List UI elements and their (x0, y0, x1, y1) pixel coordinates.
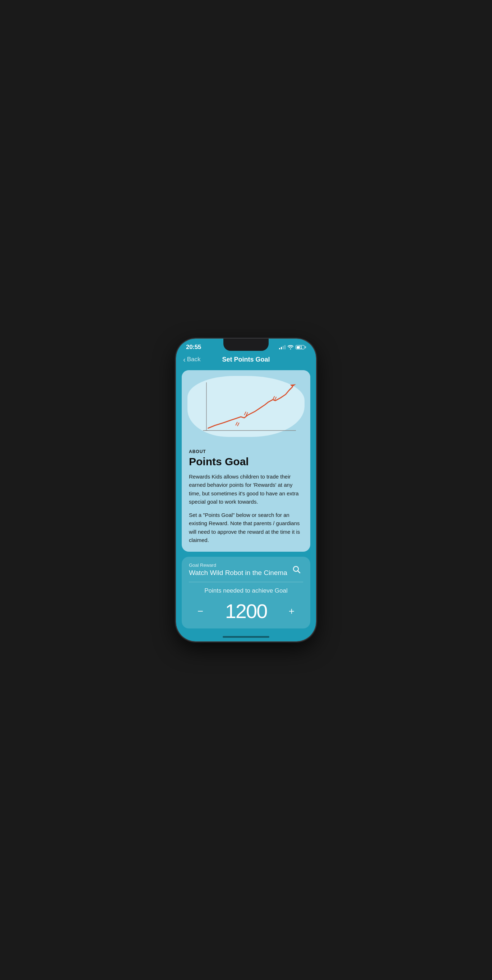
chart-area (182, 370, 310, 443)
goal-reward-content: Goal Reward Watch Wild Robot in the Cine… (189, 562, 290, 577)
points-needed-label: Points needed to achieve Goal (189, 587, 303, 594)
points-value: 1200 (225, 600, 267, 623)
decrement-button[interactable]: − (192, 603, 208, 619)
chevron-left-icon: ‹ (183, 356, 186, 363)
plus-icon: + (289, 606, 294, 617)
chart-svg (187, 376, 305, 441)
card-description-2: Set a "Points Goal" below or search for … (189, 511, 303, 544)
status-icons: 41 (279, 345, 306, 349)
svg-marker-3 (290, 384, 296, 387)
notch (224, 339, 268, 351)
search-icon (292, 565, 301, 574)
back-button[interactable]: ‹ Back (183, 356, 200, 363)
home-indicator (176, 634, 316, 641)
wifi-icon (288, 345, 293, 349)
nav-bar: ‹ Back Set Points Goal (176, 353, 316, 368)
svg-line-11 (298, 571, 300, 573)
card-text: ABOUT Points Goal Rewards Kids allows ch… (182, 443, 310, 552)
signal-bars-icon (279, 345, 286, 349)
phone-frame: 20:55 41 ‹ Ba (176, 339, 316, 641)
svg-line-6 (273, 396, 275, 399)
nav-title: Set Points Goal (222, 356, 270, 363)
main-content: ABOUT Points Goal Rewards Kids allows ch… (176, 368, 316, 634)
card-title: Points Goal (189, 455, 303, 468)
back-label: Back (187, 356, 201, 363)
goal-reward-label: Goal Reward (189, 562, 290, 568)
goal-reward-row: Goal Reward Watch Wild Robot in the Cine… (189, 562, 303, 582)
phone-screen: 20:55 41 ‹ Ba (176, 339, 316, 641)
svg-line-9 (237, 423, 239, 426)
minus-icon: − (198, 606, 203, 617)
status-time: 20:55 (186, 344, 201, 351)
bottom-area: Goal Reward Watch Wild Robot in the Cine… (182, 557, 310, 628)
svg-line-4 (244, 412, 246, 415)
svg-line-8 (236, 422, 237, 425)
about-label: ABOUT (189, 449, 303, 454)
chart-container (187, 376, 305, 441)
increment-button[interactable]: + (284, 603, 300, 619)
home-bar (223, 636, 269, 638)
battery-icon: 41 (296, 345, 306, 349)
points-stepper: − 1200 + (189, 600, 303, 623)
goal-reward-value: Watch Wild Robot in the Cinema (189, 569, 290, 577)
search-button[interactable] (290, 563, 303, 576)
card-description-1: Rewards Kids allows children to trade th… (189, 473, 303, 506)
info-card: ABOUT Points Goal Rewards Kids allows ch… (182, 370, 310, 552)
